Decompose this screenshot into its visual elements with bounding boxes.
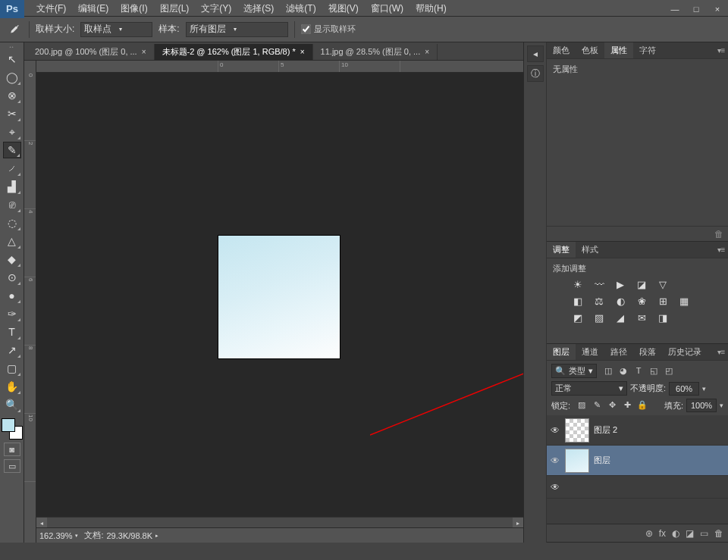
lock-trans-icon[interactable]: ▨ xyxy=(576,400,587,411)
adjustment-icon[interactable]: ◪ xyxy=(686,528,694,539)
filter-shape-icon[interactable]: ◱ xyxy=(648,366,659,377)
close-icon[interactable]: × xyxy=(300,48,305,56)
adj-gradmap-icon[interactable]: ✉ xyxy=(635,312,648,324)
tool-pen[interactable]: ✑ xyxy=(3,305,21,322)
dock-expand-icon[interactable]: ◂ xyxy=(527,45,544,62)
layer-kind-select[interactable]: 🔍类型▾ xyxy=(551,364,597,378)
menu-type[interactable]: 文字(Y) xyxy=(195,1,237,17)
adj-threshold-icon[interactable]: ◢ xyxy=(613,312,627,324)
tool-hand[interactable]: ✋ xyxy=(3,378,21,395)
tool-move[interactable]: ↖ xyxy=(3,51,21,67)
close-button[interactable]: × xyxy=(707,2,728,17)
adj-lookup-icon[interactable]: ▦ xyxy=(677,296,691,308)
tool-stamp[interactable]: ⎚ xyxy=(3,196,21,213)
adj-levels-icon[interactable]: 〰 xyxy=(592,279,606,291)
layer-thumbnail[interactable] xyxy=(565,418,589,443)
adj-balance-icon[interactable]: ⚖ xyxy=(592,296,606,308)
adj-mixer-icon[interactable]: ⊞ xyxy=(656,296,670,308)
filter-type-icon[interactable]: T xyxy=(633,366,644,377)
adj-hue-icon[interactable]: ◧ xyxy=(571,296,585,308)
fill-input[interactable] xyxy=(686,399,717,412)
link-icon[interactable]: ⊛ xyxy=(645,528,653,539)
tool-shape[interactable]: ▢ xyxy=(3,360,21,377)
eye-icon[interactable]: 👁 xyxy=(550,425,560,436)
menu-window[interactable]: 窗口(W) xyxy=(365,1,410,17)
show-ring-input[interactable] xyxy=(301,24,311,34)
menu-help[interactable]: 帮助(H) xyxy=(410,1,453,17)
tool-eyedropper[interactable]: ✎ xyxy=(3,142,21,158)
trash-icon[interactable]: 🗑 xyxy=(714,528,723,539)
layer-name[interactable]: 图层 2 xyxy=(594,424,617,436)
scrollbar-horizontal[interactable]: ◂ ▸ xyxy=(36,517,523,527)
tool-lasso[interactable]: ⊗ xyxy=(3,87,21,104)
tool-history[interactable]: ◌ xyxy=(3,214,21,231)
tool-wand[interactable]: ✂ xyxy=(3,105,21,122)
tab-swatches[interactable]: 色板 xyxy=(576,42,604,58)
doc-tab-1[interactable]: 200.jpg @ 100% (图层 0, ... × xyxy=(27,44,155,60)
tab-paragraph[interactable]: 段落 xyxy=(633,344,662,360)
layer-thumbnail[interactable] xyxy=(565,449,589,473)
blend-mode-select[interactable]: 正常▾ xyxy=(551,381,627,396)
adj-poster-icon[interactable]: ▨ xyxy=(592,312,606,324)
tab-character[interactable]: 字符 xyxy=(633,42,662,58)
layer-name[interactable]: 图层 xyxy=(594,455,610,466)
doc-tab-2[interactable]: 未标题-2 @ 162% (图层 1, RGB/8) * × xyxy=(155,44,313,60)
status-doc-info[interactable]: 文档: 29.3K/98.8K ▸ xyxy=(84,530,158,541)
doc-tab-3[interactable]: 11.jpg @ 28.5% (图层 0, ... × xyxy=(313,44,438,60)
tool-marquee[interactable]: ◯ xyxy=(3,69,21,86)
sample-select[interactable]: 所有图层 ▾ xyxy=(186,22,288,37)
lock-all-icon[interactable]: 🔒 xyxy=(637,400,648,411)
adj-vibrance-icon[interactable]: ▽ xyxy=(656,279,670,291)
menu-layer[interactable]: 图层(L) xyxy=(154,1,196,17)
screenmode-button[interactable]: ▭ xyxy=(4,459,20,473)
maximize-button[interactable]: □ xyxy=(686,2,707,17)
status-zoom[interactable]: 162.39% ▾ xyxy=(39,531,78,540)
fx-icon[interactable]: fx xyxy=(659,528,666,539)
chevron-down-icon[interactable]: ▾ xyxy=(702,385,706,393)
tool-type[interactable]: T xyxy=(3,324,21,340)
new-layer-icon[interactable]: ▭ xyxy=(700,528,708,539)
scroll-left-icon[interactable]: ◂ xyxy=(36,518,47,528)
quickmask-button[interactable]: ◙ xyxy=(4,443,20,456)
tool-crop[interactable]: ⌖ xyxy=(3,124,21,140)
trash-icon[interactable]: 🗑 xyxy=(714,229,723,239)
info-icon[interactable]: ⓘ xyxy=(527,65,544,82)
filter-adj-icon[interactable]: ◕ xyxy=(618,366,629,377)
scroll-right-icon[interactable]: ▸ xyxy=(513,518,523,528)
sample-size-select[interactable]: 取样点 ▾ xyxy=(80,22,152,37)
tool-gradient[interactable]: ◆ xyxy=(3,251,21,267)
tab-layers[interactable]: 图层 xyxy=(547,344,576,360)
show-ring-checkbox[interactable]: 显示取样环 xyxy=(301,23,356,35)
minimize-button[interactable]: — xyxy=(664,2,686,17)
tab-paths[interactable]: 路径 xyxy=(604,344,633,360)
lock-pos-icon[interactable]: ✥ xyxy=(607,400,617,411)
tab-properties[interactable]: 属性 xyxy=(604,42,633,58)
menu-view[interactable]: 视图(V) xyxy=(322,1,365,17)
adj-brightness-icon[interactable]: ☀ xyxy=(571,279,585,291)
tool-heal[interactable]: ⟋ xyxy=(3,160,21,177)
mask-icon[interactable]: ◐ xyxy=(672,528,679,539)
canvas[interactable] xyxy=(36,73,523,517)
tab-styles[interactable]: 样式 xyxy=(576,242,604,258)
tool-zoom[interactable]: 🔍 xyxy=(3,396,21,413)
color-swatches[interactable] xyxy=(2,418,23,440)
tab-color[interactable]: 颜色 xyxy=(547,42,576,58)
fg-color-swatch[interactable] xyxy=(2,418,15,432)
menu-select[interactable]: 选择(S) xyxy=(237,1,280,17)
toolbox-handle[interactable] xyxy=(2,44,23,50)
panel-menu-icon[interactable]: ▾≡ xyxy=(714,246,728,254)
scroll-track[interactable] xyxy=(47,518,513,527)
tab-history[interactable]: 历史记录 xyxy=(662,344,708,360)
tab-channels[interactable]: 通道 xyxy=(576,344,604,360)
menu-file[interactable]: 文件(F) xyxy=(30,1,72,17)
tool-brush[interactable]: ▟ xyxy=(3,178,21,195)
tool-dodge[interactable]: ● xyxy=(3,287,21,304)
tool-eraser[interactable]: △ xyxy=(3,233,21,249)
filter-smart-icon[interactable]: ◰ xyxy=(664,366,674,377)
adj-select-icon[interactable]: ◨ xyxy=(656,312,670,324)
close-icon[interactable]: × xyxy=(142,48,146,56)
adj-bw-icon[interactable]: ◐ xyxy=(613,296,627,308)
filter-pixel-icon[interactable]: ◫ xyxy=(603,366,613,377)
menu-filter[interactable]: 滤镜(T) xyxy=(280,1,322,17)
tab-adjustments[interactable]: 调整 xyxy=(547,242,576,258)
